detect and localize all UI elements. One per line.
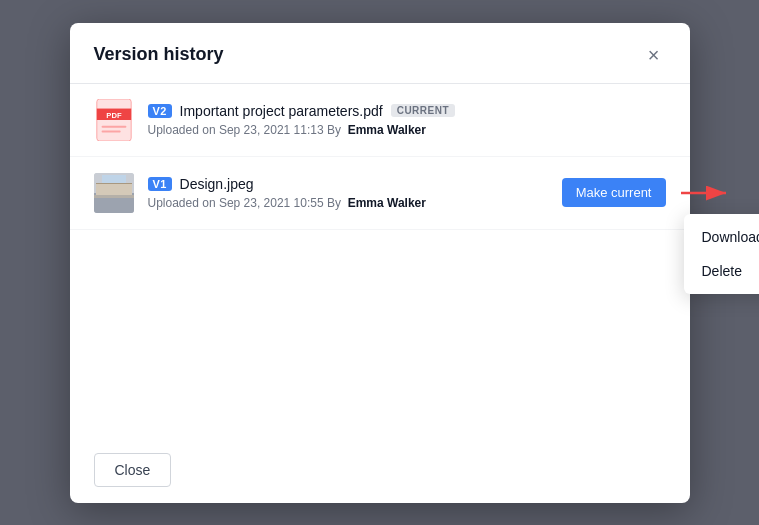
- version-v2-meta: Uploaded on Sep 23, 2021 11:13 By Emma W…: [148, 123, 666, 137]
- dialog-body: PDF V2 Important project parameters.pdf …: [70, 84, 690, 437]
- version-v2-badge: V2: [148, 104, 172, 118]
- version-row-v2: PDF V2 Important project parameters.pdf …: [70, 84, 690, 157]
- close-dialog-button[interactable]: Close: [94, 453, 172, 487]
- pdf-file-icon: PDF: [94, 100, 134, 140]
- jpeg-file-icon: [94, 173, 134, 213]
- svg-rect-9: [96, 183, 132, 184]
- dialog-header: Version history ×: [70, 23, 690, 84]
- pdf-icon: PDF: [96, 99, 132, 141]
- current-badge: CURRENT: [391, 104, 455, 117]
- version-v1-name-row: V1 Design.jpeg: [148, 176, 562, 192]
- version-v1-actions: Make current Download Delete: [562, 178, 666, 207]
- version-v2-upload-text: Uploaded on Sep 23, 2021 11:13 By: [148, 123, 342, 137]
- version-v2-info: V2 Important project parameters.pdf CURR…: [148, 103, 666, 137]
- svg-rect-10: [102, 175, 126, 183]
- version-v1-badge: V1: [148, 177, 172, 191]
- jpeg-thumb-svg: [94, 173, 134, 213]
- version-v2-uploader: Emma Walker: [348, 123, 426, 137]
- dropdown-item-delete[interactable]: Delete: [684, 254, 760, 288]
- jpeg-thumbnail: [94, 173, 134, 213]
- svg-rect-11: [94, 195, 134, 198]
- version-v1-upload-text: Uploaded on Sep 23, 2021 10:55 By: [148, 196, 342, 210]
- dropdown-item-download[interactable]: Download: [684, 220, 760, 254]
- version-v2-name-row: V2 Important project parameters.pdf CURR…: [148, 103, 666, 119]
- make-current-button[interactable]: Make current: [562, 178, 666, 207]
- version-v2-filename: Important project parameters.pdf: [180, 103, 383, 119]
- svg-rect-5: [101, 130, 120, 132]
- version-v1-meta: Uploaded on Sep 23, 2021 10:55 By Emma W…: [148, 196, 562, 210]
- close-icon-button[interactable]: ×: [642, 43, 666, 67]
- svg-text:PDF: PDF: [106, 111, 122, 120]
- svg-rect-8: [96, 183, 132, 195]
- version-v1-info: V1 Design.jpeg Uploaded on Sep 23, 2021 …: [148, 176, 562, 210]
- version-history-dialog: Version history × PDF: [70, 23, 690, 503]
- dialog-title: Version history: [94, 44, 224, 65]
- dialog-footer: Close: [70, 437, 690, 503]
- version-v1-filename: Design.jpeg: [180, 176, 254, 192]
- svg-rect-4: [101, 125, 126, 127]
- version-v1-uploader: Emma Walker: [348, 196, 426, 210]
- context-dropdown-menu: Download Delete: [684, 214, 760, 294]
- version-row-v1: V1 Design.jpeg Uploaded on Sep 23, 2021 …: [70, 157, 690, 230]
